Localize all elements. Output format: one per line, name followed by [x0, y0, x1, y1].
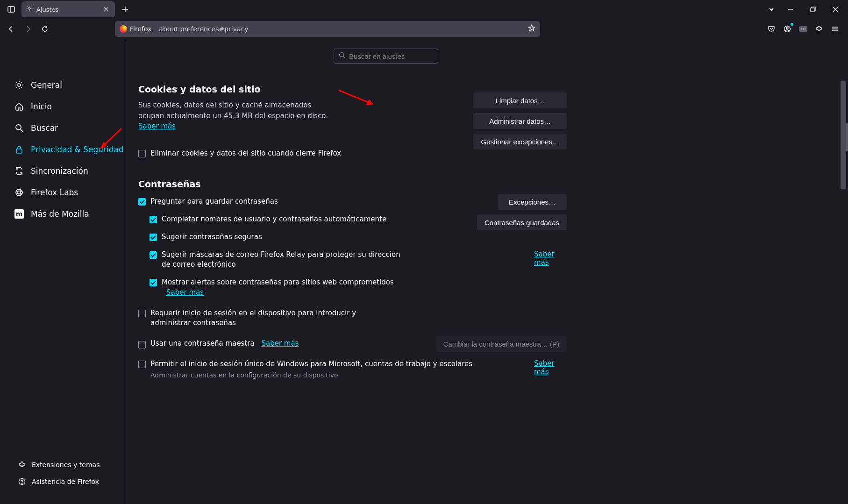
sso-learn-more-link[interactable]: Saber más [534, 359, 557, 376]
master-learn-more-link[interactable]: Saber más [261, 339, 299, 348]
svg-point-26 [16, 191, 22, 194]
gear-icon [14, 80, 24, 90]
lock-icon [14, 144, 24, 155]
saved-passwords-button[interactable]: Contraseñas guardadas [477, 214, 567, 230]
svg-point-15 [801, 28, 802, 29]
scrollbar-track[interactable] [841, 39, 847, 504]
master-password-label: Usar una contraseña maestra Saber más [150, 339, 299, 349]
sidebar-item-label: Más de Mozilla [31, 209, 89, 219]
cookies-section: Cookies y datos del sitio Sus cookies, d… [138, 84, 567, 158]
suggest-strong-label: Sugerir contraseñas seguras [162, 232, 262, 242]
search-icon [339, 52, 345, 60]
cookies-description: Sus cookies, datos del sitio y caché alm… [138, 100, 339, 132]
sidebar-item-label: General [31, 80, 62, 90]
bookmark-star-icon[interactable] [528, 24, 535, 34]
require-login-checkbox[interactable] [138, 310, 146, 317]
back-button[interactable] [4, 21, 19, 36]
suggest-strong-checkbox[interactable] [150, 234, 157, 241]
sidebar-item-label: Sincronización [31, 166, 88, 176]
svg-point-25 [16, 189, 22, 196]
autofill-checkbox[interactable] [150, 216, 157, 223]
sidebar-item-mozilla[interactable]: m Más de Mozilla [14, 203, 125, 225]
sidebar-item-support[interactable]: Asistencia de Firefox [18, 473, 125, 490]
puzzle-icon [18, 461, 26, 469]
app-menu-button[interactable] [827, 21, 842, 36]
delete-on-close-checkbox[interactable] [138, 150, 146, 157]
sidebar-item-label: Extensiones y temas [32, 461, 100, 469]
window-minimize-button[interactable] [780, 0, 801, 19]
sso-checkbox[interactable] [138, 361, 146, 368]
svg-point-16 [803, 28, 804, 29]
tab-title: Ajustes [36, 6, 98, 13]
search-icon [14, 123, 24, 133]
sso-label: Permitir el inicio de sesión único de Wi… [150, 360, 472, 368]
sidebar-item-search[interactable]: Buscar [14, 117, 125, 139]
flask-icon [14, 187, 24, 198]
overflow-menu-button[interactable] [796, 21, 811, 36]
svg-rect-0 [8, 7, 14, 12]
pocket-button[interactable] [764, 21, 779, 36]
passwords-exceptions-button[interactable]: Excepciones… [498, 194, 567, 210]
browser-tab[interactable]: Ajustes [21, 1, 115, 17]
svg-point-22 [16, 125, 21, 130]
relay-learn-more-link[interactable]: Saber más [534, 250, 557, 267]
breach-learn-more-link[interactable]: Saber más [166, 288, 204, 297]
passwords-title: Contraseñas [138, 179, 567, 189]
passwords-section: Contraseñas Preguntar para guardar contr… [138, 179, 567, 379]
reload-button[interactable] [37, 21, 52, 36]
svg-point-17 [805, 28, 805, 29]
forward-button[interactable] [21, 21, 36, 36]
relay-label: Sugerir máscaras de correo Firefox Relay… [162, 250, 405, 270]
urlbar-text[interactable]: about:preferences#privacy [159, 25, 524, 33]
list-all-tabs-button[interactable] [764, 2, 779, 17]
sidebar-item-general[interactable]: General [14, 74, 125, 96]
settings-main: Cookies y datos del sitio Sus cookies, d… [125, 39, 848, 504]
delete-on-close-label: Eliminar cookies y datos del sitio cuand… [150, 149, 341, 159]
sidebar-item-privacy[interactable]: Privacidad & Seguridad [14, 139, 125, 160]
svg-point-29 [21, 483, 22, 483]
urlbar-identity-label: Firefox [130, 25, 151, 33]
firefox-logo-icon [120, 25, 127, 33]
svg-rect-8 [811, 8, 814, 12]
sidebar-item-extensions[interactable]: Extensiones y temas [18, 456, 125, 473]
breach-alerts-checkbox[interactable] [150, 279, 157, 286]
manage-data-button[interactable]: Administrar datos… [473, 113, 567, 129]
sidebar-item-labs[interactable]: Firefox Labs [14, 182, 125, 203]
relay-checkbox[interactable] [150, 251, 157, 259]
svg-line-31 [343, 57, 345, 58]
account-button[interactable] [780, 21, 795, 36]
svg-line-23 [21, 129, 23, 132]
new-tab-button[interactable] [118, 2, 133, 17]
svg-point-27 [18, 189, 21, 196]
extensions-button[interactable] [812, 21, 827, 36]
svg-rect-24 [16, 149, 22, 153]
svg-point-30 [340, 53, 344, 57]
home-icon [14, 101, 24, 112]
sidebar-item-label: Buscar [31, 123, 58, 133]
titlebar: Ajustes [0, 0, 848, 19]
url-bar[interactable]: Firefox about:preferences#privacy [115, 21, 540, 37]
tab-close-button[interactable] [102, 5, 110, 14]
question-icon [18, 477, 26, 486]
window-maximize-button[interactable] [802, 0, 824, 19]
settings-search-input[interactable] [349, 52, 433, 60]
master-password-checkbox[interactable] [138, 341, 146, 348]
scrollbar-thumb[interactable] [841, 81, 846, 189]
sidebar-item-label: Asistencia de Firefox [32, 478, 99, 485]
ask-save-passwords-checkbox[interactable] [138, 198, 146, 206]
sidebar-item-label: Inicio [31, 102, 52, 111]
change-master-password-button[interactable]: Cambiar la contraseña maestra… (P) [436, 336, 567, 352]
sidebar-item-home[interactable]: Inicio [14, 96, 125, 117]
cookies-learn-more-link[interactable]: Saber más [138, 122, 176, 130]
clear-data-button[interactable]: Limpiar datos… [473, 92, 567, 108]
settings-search-box[interactable] [334, 49, 438, 64]
sync-icon [14, 166, 24, 176]
notification-dot-icon [791, 23, 793, 26]
autofill-label: Completar nombres de usuario y contraseñ… [162, 214, 386, 225]
window-close-button[interactable] [825, 0, 846, 19]
settings-sidebar: General Inicio Buscar Privacidad & Segur… [0, 39, 125, 504]
svg-point-2 [29, 7, 30, 9]
manage-exceptions-button[interactable]: Gestionar excepciones… [473, 134, 567, 149]
sidebar-item-sync[interactable]: Sincronización [14, 160, 125, 182]
sidebar-toggle-button[interactable] [4, 2, 19, 17]
